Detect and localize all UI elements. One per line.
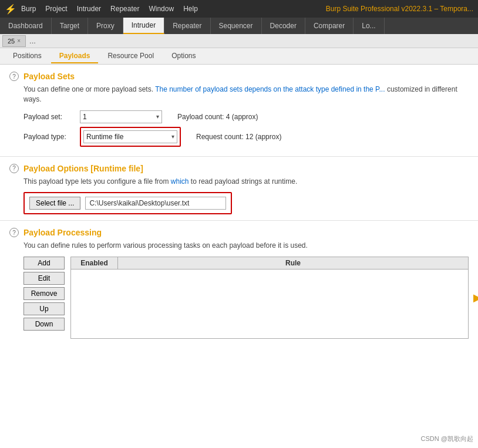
payload-options-desc: This payload type lets you configure a f… [23, 177, 469, 187]
payload-options-section: ? Payload Options [Runtime file] This pa… [0, 157, 478, 221]
down-rule-button[interactable]: Down [23, 318, 65, 331]
payload-processing-section: ? Payload Processing You can define rule… [0, 221, 478, 345]
menu-help[interactable]: Help [183, 5, 198, 13]
payload-set-select[interactable]: 1 ▾ [80, 110, 162, 123]
nav-tab-target[interactable]: Target [52, 18, 88, 34]
tab-payloads[interactable]: Payloads [51, 49, 99, 63]
menu-burp[interactable]: Burp [21, 5, 36, 13]
nav-tab-more[interactable]: Lo... [354, 18, 384, 34]
file-path-input[interactable] [85, 197, 226, 210]
nav-tab-proxy[interactable]: Proxy [88, 18, 123, 34]
nav-tab-sequencer[interactable]: Sequencer [211, 18, 262, 34]
payload-type-value: Runtime file [86, 133, 123, 141]
arrow-indicator-icon: ▶ [473, 291, 478, 304]
payload-type-border-box: Runtime file ▾ [80, 127, 181, 147]
nav-tab-repeater[interactable]: Repeater [164, 18, 210, 34]
content-area: ? Payload Sets You can define one or mor… [0, 65, 478, 448]
request-count-info: Request count: 12 (approx) [196, 133, 281, 141]
payload-set-value: 1 [83, 113, 87, 121]
menu-repeater[interactable]: Repeater [110, 5, 139, 13]
nav-tab-intruder[interactable]: Intruder [123, 18, 164, 34]
sub-tab-label: 25 [8, 38, 15, 45]
table-header: Enabled Rule [71, 257, 468, 270]
main-nav: Dashboard Target Proxy Intruder Repeater… [0, 18, 478, 34]
section-tabs: Positions Payloads Resource Pool Options [0, 48, 478, 65]
app-title: Burp Suite Professional v2022.3.1 – Temp… [326, 5, 473, 13]
close-icon[interactable]: × [17, 38, 21, 44]
processing-buttons: Add Edit Remove Up Down [23, 257, 65, 339]
nav-tab-comparer[interactable]: Comparer [305, 18, 354, 34]
remove-rule-button[interactable]: Remove [23, 287, 65, 300]
nav-tab-decoder[interactable]: Decoder [262, 18, 305, 34]
chevron-down-icon-2: ▾ [171, 133, 174, 140]
sub-tab-25[interactable]: 25 × [2, 35, 26, 47]
menu-intruder[interactable]: Intruder [77, 5, 101, 13]
tab-resource-pool[interactable]: Resource Pool [99, 49, 162, 63]
processing-content: Add Edit Remove Up Down Enabled Rule ▶ [23, 257, 469, 339]
payload-options-help-icon[interactable]: ? [9, 164, 19, 173]
payload-sets-desc: You can define one or more payload sets.… [23, 85, 469, 105]
app-logo: ⚡ [5, 4, 16, 15]
payload-options-title: Payload Options [Runtime file] [23, 164, 143, 173]
payload-sets-title: Payload Sets [23, 72, 75, 81]
payload-processing-help-icon[interactable]: ? [9, 228, 19, 237]
payload-processing-header: ? Payload Processing [9, 228, 469, 237]
payload-sets-desc-highlight: The number of payload sets depends on th… [155, 85, 385, 93]
menu-project[interactable]: Project [45, 5, 67, 13]
tab-options[interactable]: Options [163, 49, 204, 63]
payload-sets-header: ? Payload Sets [9, 72, 469, 81]
title-bar: ⚡ Burp Project Intruder Repeater Window … [0, 0, 478, 18]
up-rule-button[interactable]: Up [23, 302, 65, 315]
payload-sets-section: ? Payload Sets You can define one or mor… [0, 65, 478, 157]
payload-processing-title: Payload Processing [23, 228, 102, 237]
payload-set-row: Payload set: 1 ▾ Payload count: 4 (appro… [23, 110, 469, 123]
table-col-enabled: Enabled [71, 257, 118, 269]
menu-bar: Burp Project Intruder Repeater Window He… [21, 5, 326, 13]
payload-type-row: Payload type: Runtime file ▾ Request cou… [23, 127, 469, 147]
payload-sets-help-icon[interactable]: ? [9, 72, 19, 81]
edit-rule-button[interactable]: Edit [23, 272, 65, 285]
file-select-area: Select file ... [23, 192, 232, 214]
tab-positions[interactable]: Positions [5, 49, 50, 63]
payload-type-label: Payload type: [23, 133, 76, 141]
payload-options-header: ? Payload Options [Runtime file] [9, 164, 469, 173]
payload-count-info: Payload count: 4 (approx) [177, 113, 258, 121]
sub-tab-bar: 25 × ... [0, 34, 478, 48]
payload-processing-desc: You can define rules to perform various … [23, 241, 469, 251]
table-body [71, 270, 468, 334]
payload-type-select[interactable]: Runtime file ▾ [83, 130, 177, 143]
table-col-rule: Rule [118, 257, 468, 269]
watermark: CSDN @凯歌向起 [421, 434, 473, 443]
payload-set-label: Payload set: [23, 113, 76, 121]
select-file-button[interactable]: Select file ... [29, 197, 80, 210]
nav-tab-dashboard[interactable]: Dashboard [0, 18, 52, 34]
add-rule-button[interactable]: Add [23, 257, 65, 270]
chevron-down-icon: ▾ [156, 113, 159, 120]
processing-table-wrapper: Enabled Rule ▶ [70, 257, 469, 339]
more-tabs-dots[interactable]: ... [29, 36, 36, 45]
menu-window[interactable]: Window [149, 5, 174, 13]
payload-options-desc-highlight: which [171, 177, 189, 186]
processing-table: Enabled Rule [70, 257, 469, 339]
